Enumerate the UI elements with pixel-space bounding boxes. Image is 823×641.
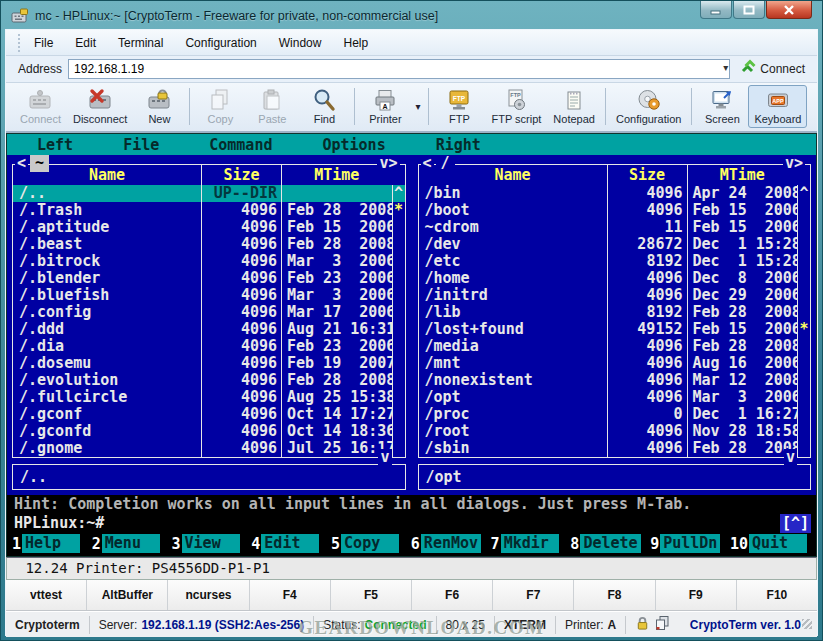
scroll-marker — [797, 287, 810, 304]
right-panel-history-back-marker[interactable]: < — [421, 155, 434, 172]
file-row[interactable]: /.gconf4096Oct 14 17:27 — [13, 406, 405, 423]
configuration-button[interactable]: Configuration — [610, 85, 687, 128]
column-header-mtime[interactable]: MTime — [687, 165, 798, 185]
quick-button-vttest[interactable]: vttest — [6, 580, 87, 610]
quick-button-ncurses[interactable]: ncurses — [168, 580, 249, 610]
mc-menu-command[interactable]: Command — [209, 136, 272, 154]
fkey-3-view[interactable]: 3View — [170, 534, 250, 553]
quick-button-f8[interactable]: F8 — [574, 580, 655, 610]
left-panel-scroll-down-marker[interactable]: v — [378, 449, 391, 466]
shell-prompt-line[interactable]: HPLinux:~# [^] — [7, 514, 816, 533]
file-row[interactable]: ~cdrom11Feb 15 2006 — [419, 219, 811, 236]
fkey-4-edit[interactable]: 4Edit — [249, 534, 329, 553]
scrollback-indicator[interactable]: [^] — [780, 514, 811, 533]
left-panel-history-back-marker[interactable]: < — [15, 155, 28, 172]
right-panel-scroll-down-marker[interactable]: v — [784, 449, 797, 466]
mc-menu-left[interactable]: Left — [37, 136, 73, 154]
file-row[interactable]: /bin4096Apr 24 2008^ — [419, 185, 811, 202]
maximize-button[interactable] — [733, 1, 765, 19]
fkey-10-quit[interactable]: 10Quit — [728, 534, 813, 553]
printer-button[interactable]: APrinter — [359, 85, 411, 128]
file-row[interactable]: /nonexistent4096Mar 12 2008 — [419, 372, 811, 389]
file-row[interactable]: /lost+found49152Feb 15 2006* — [419, 321, 811, 338]
file-row[interactable]: /sbin4096Feb 28 2008 — [419, 440, 811, 457]
quick-button-f9[interactable]: F9 — [656, 580, 737, 610]
file-row[interactable]: /opt4096Mar 3 2006 — [419, 389, 811, 406]
quick-button-f6[interactable]: F6 — [412, 580, 493, 610]
ftp-button[interactable]: FTPFTP — [433, 85, 485, 128]
file-row[interactable]: /home4096Dec 8 2006 — [419, 270, 811, 287]
file-row[interactable]: /.gnome4096Jul 25 16:17 — [13, 440, 405, 457]
file-row[interactable]: /.ddd4096Aug 21 16:31 — [13, 321, 405, 338]
fkey-8-delete[interactable]: 8Delete — [568, 534, 648, 553]
column-header-mtime[interactable]: MTime — [281, 165, 392, 185]
file-row[interactable]: /.config4096Mar 17 2006 — [13, 304, 405, 321]
quick-button-f5[interactable]: F5 — [331, 580, 412, 610]
printer-dropdown-arrow-icon[interactable]: ▾ — [411, 101, 424, 112]
file-name: /sbin — [419, 440, 607, 457]
fkey-9-pulldn[interactable]: 9PullDn — [648, 534, 728, 553]
mc-menu-file[interactable]: File — [123, 136, 159, 154]
file-row[interactable]: /media4096Feb 28 2008 — [419, 338, 811, 355]
file-row[interactable]: /.beast4096Feb 28 2008 — [13, 236, 405, 253]
file-row[interactable]: /dev28672Dec 1 15:28 — [419, 236, 811, 253]
file-row[interactable]: /.evolution4096Feb 28 2008 — [13, 372, 405, 389]
address-input[interactable] — [68, 59, 730, 79]
ftp-script-button[interactable]: FTPFTP script — [485, 85, 547, 128]
file-row[interactable]: /.aptitude4096Feb 15 2006 — [13, 219, 405, 236]
file-row[interactable]: /.Trash4096Feb 28 2008* — [13, 202, 405, 219]
quick-button-altbuffer[interactable]: AltBuffer — [87, 580, 168, 610]
file-name: /.gconf — [13, 406, 201, 423]
find-button[interactable]: Find — [298, 85, 350, 128]
notepad-button[interactable]: Notepad — [547, 85, 601, 128]
file-row[interactable]: /.fullcircle4096Aug 25 15:38 — [13, 389, 405, 406]
mc-menu-right[interactable]: Right — [436, 136, 481, 154]
left-panel-list-marker[interactable]: v> — [377, 155, 399, 172]
menu-file[interactable]: File — [32, 34, 55, 52]
right-panel-list-marker[interactable]: v> — [783, 155, 805, 172]
mc-menu-options[interactable]: Options — [322, 136, 385, 154]
file-row[interactable]: /lib8192Feb 28 2008 — [419, 304, 811, 321]
file-row[interactable]: /boot4096Feb 15 2006 — [419, 202, 811, 219]
file-row[interactable]: /.blender4096Feb 23 2006 — [13, 270, 405, 287]
fkey-1-help[interactable]: 1Help — [10, 534, 90, 553]
file-row[interactable]: /.gconfd4096Oct 14 18:36 — [13, 423, 405, 440]
file-mtime: Dec 29 2006 — [687, 287, 798, 304]
file-row[interactable]: /..UP--DIR^ — [13, 185, 405, 202]
file-name: /.bitrock — [13, 253, 201, 270]
fkey-7-mkdir[interactable]: 7Mkdir — [489, 534, 569, 553]
fkey-6-renmov[interactable]: 6RenMov — [409, 534, 489, 553]
connect-go-button[interactable]: Connect — [736, 58, 809, 79]
quick-button-f7[interactable]: F7 — [493, 580, 574, 610]
menu-edit[interactable]: Edit — [73, 34, 98, 52]
menu-window[interactable]: Window — [277, 34, 324, 52]
file-row[interactable]: /etc8192Dec 1 15:28 — [419, 253, 811, 270]
new-button[interactable]: New — [133, 85, 185, 128]
quick-button-f10[interactable]: F10 — [737, 580, 817, 610]
disconnect-button[interactable]: Disconnect — [67, 85, 133, 128]
file-row[interactable]: /mnt4096Aug 16 2006 — [419, 355, 811, 372]
right-panel-path: / — [436, 155, 455, 172]
resize-grip[interactable] — [802, 619, 812, 629]
file-row[interactable]: /root4096Nov 28 18:58 — [419, 423, 811, 440]
file-row[interactable]: /.bluefish4096Mar 3 2006 — [13, 287, 405, 304]
menu-terminal[interactable]: Terminal — [116, 34, 165, 52]
column-header-size[interactable]: Size — [201, 165, 281, 185]
minimize-button[interactable] — [700, 1, 732, 19]
file-row[interactable]: /proc0Dec 1 16:27 — [419, 406, 811, 423]
fkey-5-copy[interactable]: 5Copy — [329, 534, 409, 553]
close-button[interactable] — [766, 1, 812, 19]
fkey-2-menu[interactable]: 2Menu — [90, 534, 170, 553]
keyboard-button[interactable]: APPKeyboard — [748, 85, 807, 128]
column-header-size[interactable]: Size — [607, 165, 687, 185]
menu-configuration[interactable]: Configuration — [183, 34, 258, 52]
file-row[interactable]: /.dosemu4096Feb 19 2007 — [13, 355, 405, 372]
file-row[interactable]: /.dia4096Feb 23 2006 — [13, 338, 405, 355]
quick-button-f4[interactable]: F4 — [250, 580, 331, 610]
file-row[interactable]: /.bitrock4096Mar 3 2006 — [13, 253, 405, 270]
menu-help[interactable]: Help — [341, 34, 370, 52]
screen-button[interactable]: Screen — [696, 85, 748, 128]
file-row[interactable]: /initrd4096Dec 29 2006 — [419, 287, 811, 304]
address-dropdown-icon[interactable]: ▾ — [723, 62, 728, 73]
fkey-label: View — [182, 534, 240, 553]
